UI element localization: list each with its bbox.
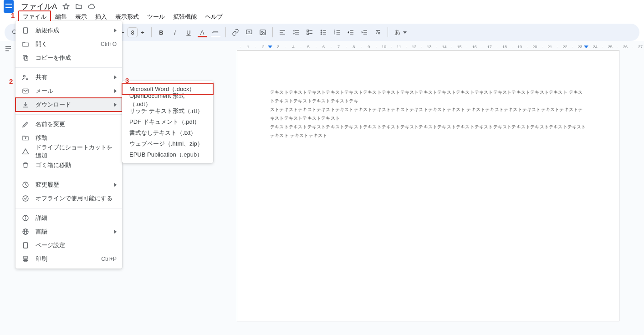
bold-button[interactable]: B	[155, 26, 167, 38]
insert-link-button[interactable]	[230, 26, 241, 38]
document-page[interactable]: テキストテキストテキストテキストテキストテキストテキストテキストテキストテキスト…	[237, 50, 619, 321]
file-menu-rename[interactable]: 名前を変更	[15, 117, 122, 131]
trash-icon	[21, 162, 30, 169]
menu-separator	[15, 67, 122, 68]
highlight-button[interactable]	[210, 26, 222, 38]
left-indent-marker[interactable]	[268, 46, 272, 48]
document-icon	[21, 27, 30, 34]
svg-point-7	[261, 31, 263, 32]
svg-point-20	[321, 32, 322, 33]
download-rtf[interactable]: リッチ テキスト形式（.rtf）	[122, 106, 213, 117]
line-spacing-button[interactable]	[290, 26, 302, 38]
offline-icon	[21, 195, 30, 202]
body-line: テキストテキストテキストテキストテキストテキストテキストテキストテキストテキスト…	[270, 122, 586, 140]
download-pdf[interactable]: PDF ドキュメント（.pdf）	[122, 117, 213, 127]
file-menu-makecopy[interactable]: コピーを作成	[15, 51, 122, 65]
italic-button[interactable]: I	[169, 26, 181, 38]
horizontal-ruler[interactable]: 1234567891011121314151617181920212223242…	[182, 41, 644, 49]
file-menu-print[interactable]: 印刷 Ctrl+P	[15, 252, 122, 266]
history-icon	[21, 181, 30, 188]
menu-separator	[15, 208, 122, 208]
indent-decrease-button[interactable]	[345, 26, 357, 38]
move-folder-icon[interactable]	[75, 3, 82, 10]
svg-rect-6	[260, 30, 266, 35]
align-button[interactable]	[276, 26, 288, 38]
download-html[interactable]: ウェブページ（.html、zip）	[122, 138, 213, 149]
download-odt[interactable]: OpenDocument 形式（.odt）	[122, 95, 213, 106]
drive-shortcut-icon	[21, 148, 30, 155]
insert-comment-button[interactable]	[243, 26, 255, 38]
chevron-right-icon	[114, 76, 117, 79]
clear-formatting-button[interactable]	[372, 26, 384, 38]
download-icon	[21, 101, 30, 108]
file-menu-new[interactable]: 新規作成	[15, 24, 122, 37]
print-icon	[21, 255, 30, 263]
annotation-3: 3	[125, 76, 129, 84]
menubar-help[interactable]: ヘルプ	[201, 11, 227, 23]
page-setup-icon	[21, 242, 30, 249]
svg-rect-40	[24, 56, 28, 60]
file-menu-version-history[interactable]: 変更履歴	[15, 178, 122, 192]
chevron-right-icon	[114, 103, 117, 107]
svg-text:3: 3	[334, 33, 335, 36]
svg-point-43	[26, 78, 28, 80]
svg-point-42	[23, 75, 25, 77]
underline-button[interactable]: U	[183, 26, 194, 38]
ime-label: あ	[394, 28, 400, 36]
outline-rail[interactable]	[0, 41, 16, 335]
text-color-button[interactable]: A	[196, 26, 208, 38]
file-menu-offline[interactable]: オフラインで使用可能にする	[15, 192, 122, 205]
insert-image-button[interactable]	[257, 26, 269, 38]
file-menu-trash[interactable]: ゴミ箱に移動	[15, 158, 122, 172]
file-menu-pagesetup[interactable]: ページ設定	[15, 239, 122, 252]
toolbar-separator	[388, 27, 388, 37]
menubar-tools[interactable]: ツール	[143, 11, 169, 23]
docs-app-icon[interactable]	[4, 0, 14, 13]
move-icon	[21, 134, 30, 142]
file-menu-open[interactable]: 開く Ctrl+O	[15, 37, 122, 51]
file-menu-download[interactable]: ダウンロード	[15, 98, 122, 112]
right-indent-marker[interactable]	[584, 46, 588, 48]
svg-rect-14	[307, 30, 308, 31]
file-menu-dropdown: 新規作成 開く Ctrl+O コピーを作成 共有 メール ダウンロード 名前を変…	[15, 21, 122, 269]
svg-point-22	[321, 34, 322, 35]
chevron-right-icon	[114, 230, 117, 233]
body-line: ストテキストテキストテキストテキストテキストテキストテキストテキストテキストテキ…	[270, 105, 586, 122]
svg-point-48	[23, 196, 28, 201]
menu-separator	[15, 114, 122, 115]
menu-separator	[15, 175, 122, 175]
indent-increase-button[interactable]	[358, 26, 370, 38]
font-size-increase[interactable]: +	[138, 27, 148, 37]
file-menu-share[interactable]: 共有	[15, 71, 122, 84]
star-icon[interactable]	[62, 3, 70, 10]
svg-marker-0	[63, 3, 69, 9]
file-menu-email[interactable]: メール	[15, 84, 122, 98]
bulleted-list-button[interactable]	[317, 26, 329, 38]
svg-point-18	[321, 30, 322, 31]
numbered-list-button[interactable]: 123	[331, 26, 343, 38]
cloud-status-icon[interactable]	[88, 3, 95, 10]
file-menu-add-shortcut[interactable]: ドライブにショートカットを追加	[15, 145, 122, 158]
font-size-value[interactable]: 8	[128, 27, 138, 37]
svg-marker-46	[22, 149, 28, 154]
checklist-button[interactable]	[304, 26, 316, 38]
menubar-ext[interactable]: 拡張機能	[169, 11, 201, 23]
file-menu-move[interactable]: 移動	[15, 131, 122, 145]
chevron-right-icon	[114, 183, 117, 187]
svg-rect-55	[23, 243, 27, 248]
annotation-2: 2	[9, 77, 13, 85]
chevron-right-icon	[114, 29, 117, 32]
folder-icon	[21, 41, 30, 48]
download-txt[interactable]: 書式なしテキスト（.txt）	[122, 127, 213, 138]
toolbar-separator	[225, 27, 226, 37]
chevron-right-icon	[114, 89, 117, 93]
download-epub[interactable]: EPUB Publication（.epub）	[122, 149, 213, 160]
svg-rect-39	[23, 28, 27, 33]
file-menu-details[interactable]: 詳細	[15, 211, 122, 225]
share-icon	[21, 74, 30, 81]
input-tools-button[interactable]: あ	[392, 27, 409, 37]
chevron-down-icon	[403, 31, 407, 34]
annotation-1: 1	[11, 11, 15, 19]
copy-icon	[21, 54, 30, 61]
file-menu-language[interactable]: 言語	[15, 225, 122, 239]
